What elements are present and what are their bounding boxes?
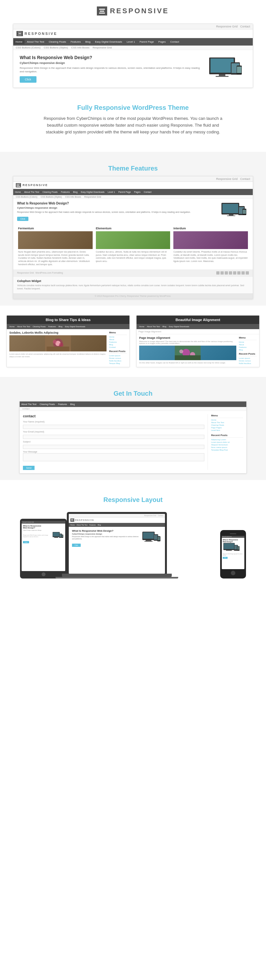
img-recent-2[interactable]: Nulla faucibus [239, 363, 256, 364]
blog-nav-edd[interactable]: Easy Digital Downloads [63, 325, 87, 328]
nav-level1[interactable]: Level 1 [124, 40, 137, 44]
blog-nav-about[interactable]: About The Test [16, 325, 31, 328]
contact-menu-4[interactable]: Level Item [211, 429, 243, 431]
hero-click-button[interactable]: Click [20, 76, 36, 83]
laptop-nav-blog[interactable]: Blog [97, 523, 102, 526]
contact-recent-3[interactable]: Nunc metus ipsum [211, 446, 243, 448]
features-nav-blog[interactable]: Blog [71, 190, 79, 194]
contact-recent-1[interactable]: Lorem ipsum dolor sit [211, 441, 243, 443]
contact-recent-4[interactable]: Template Blog Post [211, 449, 243, 451]
social-rss-icon[interactable] [225, 271, 228, 275]
img-nav-about[interactable]: About The Test [146, 325, 161, 328]
contact-name-input[interactable] [23, 425, 204, 429]
nav-contact[interactable]: Contact [168, 40, 181, 44]
image-align-body: Page Image Alignment Welcome to image al… [136, 334, 259, 367]
nav-blog[interactable]: Blog [83, 40, 93, 44]
blog-menu-item-2[interactable]: Features [109, 341, 127, 343]
nav-clearing[interactable]: Clearing Floats [46, 40, 68, 44]
blog-menu-item-3[interactable]: Blog [109, 344, 127, 345]
tablet-click-btn[interactable]: Click [23, 541, 29, 543]
social-pinterest-icon[interactable] [237, 271, 241, 275]
nav-parent[interactable]: Parent Page [137, 40, 156, 44]
social-facebook-icon[interactable] [220, 271, 224, 275]
subnav-2[interactable]: CSS Info Boxes [71, 46, 89, 49]
topbar-link-grid[interactable]: Responsive Grid [216, 25, 238, 28]
laptop-nav-features[interactable]: Features [89, 523, 97, 526]
img-nav-edd[interactable]: Easy Digital Downloads [168, 325, 190, 328]
col-interdum: Interdum Curabitur dui amet lobortis. Ph… [173, 227, 248, 266]
contact-nav-blog[interactable]: Blog [69, 402, 76, 406]
social-youtube-icon[interactable] [241, 271, 245, 275]
laptop-nav-home[interactable]: Home [70, 523, 76, 526]
contact-recent-0[interactable]: Adipiscing Lorem [211, 439, 243, 441]
nav-home[interactable]: Home [13, 40, 25, 44]
footer-link-1[interactable]: WordPress.com Formatting [35, 272, 63, 274]
contact-menu-3[interactable]: Page Pages [211, 427, 243, 429]
subnav-0[interactable]: CSS Buttons (Colors) [16, 46, 40, 49]
features-subnav-3[interactable]: Responsive Grid [84, 196, 101, 198]
blog-nav-clearing[interactable]: Clearing Floats [31, 325, 47, 328]
contact-recent-2[interactable]: Aliquam fermentum [211, 444, 243, 446]
laptop-nav-about[interactable]: About The Test [76, 523, 88, 526]
blog-recent-0[interactable]: Lorem ipsum [109, 355, 127, 356]
blog-menu-item-1[interactable]: About [109, 339, 127, 340]
social-twitter-icon[interactable] [216, 271, 220, 275]
img-nav-blog[interactable]: Blog [161, 325, 168, 328]
blog-recent-1[interactable]: Donec cursus [109, 357, 127, 359]
contact-menu-2[interactable]: Clearing Floats [211, 424, 243, 426]
svg-point-20 [59, 343, 63, 347]
blog-nav-blog[interactable]: Blog [57, 325, 63, 328]
nav-pages[interactable]: Pages [156, 40, 168, 44]
img-menu-item-0[interactable]: Home [239, 341, 256, 343]
contact-email-input[interactable] [23, 435, 204, 439]
subnav-3[interactable]: Responsive Grid [93, 46, 112, 49]
contact-subject-input[interactable] [23, 445, 204, 449]
features-nav-edd[interactable]: Easy Digital Downloads [79, 190, 106, 194]
nav-about[interactable]: About The Test [25, 40, 46, 44]
features-subnav-1[interactable]: CSS Buttons (Styles) [41, 196, 62, 198]
social-linkedin-icon[interactable] [233, 271, 236, 275]
features-nav-home[interactable]: Home [13, 190, 22, 194]
contact-menu-1[interactable]: About The Test [211, 422, 243, 423]
contact-nav-clearing[interactable]: Clearing Floats [38, 402, 57, 406]
features-nav-parent[interactable]: Parent Page [117, 190, 132, 194]
img-recent-1[interactable]: Donec cursus [239, 360, 256, 362]
feature-click-button[interactable]: Click [17, 217, 28, 221]
contact-menu-0[interactable]: Home [211, 419, 243, 421]
subnav-1[interactable]: CSS Buttons (Styles) [44, 46, 68, 49]
nav-features[interactable]: Features [68, 40, 83, 44]
social-google-icon[interactable] [229, 271, 232, 275]
features-nav-level1[interactable]: Level 1 [106, 190, 117, 194]
contact-nav-features[interactable]: Features [57, 402, 69, 406]
blog-menu-item-4[interactable]: Contact [109, 346, 127, 348]
img-menu-item-1[interactable]: About [239, 344, 256, 345]
features-nav-pages[interactable]: Pages [132, 190, 142, 194]
img-menu-item-3[interactable]: Blog [239, 349, 256, 351]
contact-nav-about[interactable]: About The Test [20, 402, 38, 406]
features-nav-contact[interactable]: Contact [142, 190, 153, 194]
blog-menu-item-0[interactable]: Home [109, 336, 127, 338]
laptop-click-btn[interactable]: Click [72, 544, 81, 547]
features-nav-features[interactable]: Features [59, 190, 72, 194]
phone-device-img [223, 543, 244, 553]
blog-nav-features[interactable]: Features [47, 325, 57, 328]
img-menu-item-2[interactable]: Features [239, 346, 256, 348]
mockup-hero: What Is Responsive Web Design? CyberChim… [13, 50, 253, 88]
blog-nav-home[interactable]: Home [8, 325, 16, 328]
phone-click-btn[interactable]: Click [223, 557, 228, 559]
topbar-link-contact[interactable]: Contact [240, 25, 250, 28]
blog-recent-3[interactable]: Tempor Blog [109, 363, 127, 364]
features-subnav-0[interactable]: CSS Buttons (Colors) [16, 196, 38, 198]
features-nav-about[interactable]: About The Test [22, 190, 41, 194]
features-subnav-2[interactable]: CSS Info Boxes [65, 196, 81, 198]
features-nav-clearing[interactable]: Clearing Floats [41, 190, 59, 194]
contact-message-textarea[interactable] [23, 453, 204, 461]
footer-links: Responsive Grid WordPress.com Formatting [17, 272, 63, 274]
footer-link-0[interactable]: Responsive Grid [17, 272, 34, 274]
social-vimeo-icon[interactable] [245, 271, 249, 275]
img-nav-home[interactable]: Home [138, 325, 146, 328]
contact-submit-button[interactable]: Send [23, 466, 35, 470]
nav-edd[interactable]: Easy Digital Downloads [93, 40, 124, 44]
img-recent-0[interactable]: Lorem ipsum [239, 357, 256, 359]
blog-recent-2[interactable]: Nulla faucibus [109, 360, 127, 362]
